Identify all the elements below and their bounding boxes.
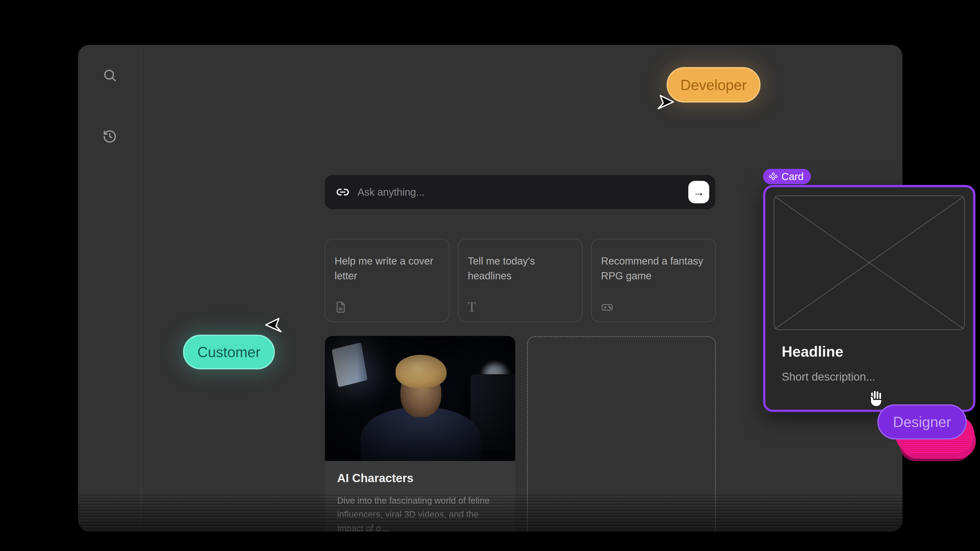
history-icon[interactable] <box>102 129 117 144</box>
image-placeholder <box>773 195 965 330</box>
component-badge[interactable]: Card <box>763 169 811 184</box>
link-icon <box>336 186 349 199</box>
component-card[interactable]: Headline Short description... <box>763 185 975 412</box>
ask-bar[interactable]: → <box>325 175 715 209</box>
arrow-right-icon: → <box>693 185 705 199</box>
ask-input[interactable] <box>358 186 688 198</box>
ai-card-title: AI Characters <box>337 471 503 485</box>
suggestion-label: Recommend a fantasy RPG game <box>601 254 706 283</box>
developer-cursor-icon <box>656 94 674 111</box>
text-icon: T <box>468 301 480 313</box>
suggestion-card-cover-letter[interactable]: Help me write a cover letter <box>325 239 449 322</box>
suggestion-label: Tell me today's headlines <box>468 254 573 283</box>
component-headline: Headline <box>782 343 843 360</box>
send-button[interactable]: → <box>688 181 709 203</box>
suggestion-card-rpg[interactable]: Recommend a fantasy RPG game <box>591 239 716 322</box>
document-icon <box>334 301 347 313</box>
collaborator-label-developer: Developer <box>667 67 760 103</box>
photo-vignette <box>325 336 515 461</box>
component-description: Short description... <box>782 370 875 383</box>
suggestion-card-headlines[interactable]: Tell me today's headlines T <box>458 239 583 322</box>
collaborator-label-designer: Designer <box>877 404 967 440</box>
empty-card-slot[interactable] <box>527 336 716 532</box>
collaborator-name: Customer <box>197 344 260 360</box>
collaborator-name: Designer <box>893 413 951 430</box>
collaborator-label-customer: Customer <box>183 335 275 369</box>
gamepad-icon <box>601 301 613 313</box>
component-icon <box>769 172 778 181</box>
sidebar <box>78 45 142 532</box>
customer-cursor-icon <box>265 316 283 334</box>
search-icon[interactable] <box>102 68 117 83</box>
ai-characters-card[interactable]: AI Characters Dive into the fascinating … <box>325 336 515 532</box>
suggestion-label: Help me write a cover letter <box>334 254 440 283</box>
canvas: Hello, John → Help me write a cover lett… <box>0 0 980 551</box>
collaborator-name: Developer <box>680 76 747 94</box>
ai-card-photo <box>325 336 515 461</box>
component-badge-label: Card <box>781 171 803 183</box>
grab-hand-cursor-icon <box>867 388 887 409</box>
ai-card-description: Dive into the fascinating world of felin… <box>337 494 503 532</box>
ai-card-meta: AI Characters Dive into the fascinating … <box>325 461 515 532</box>
